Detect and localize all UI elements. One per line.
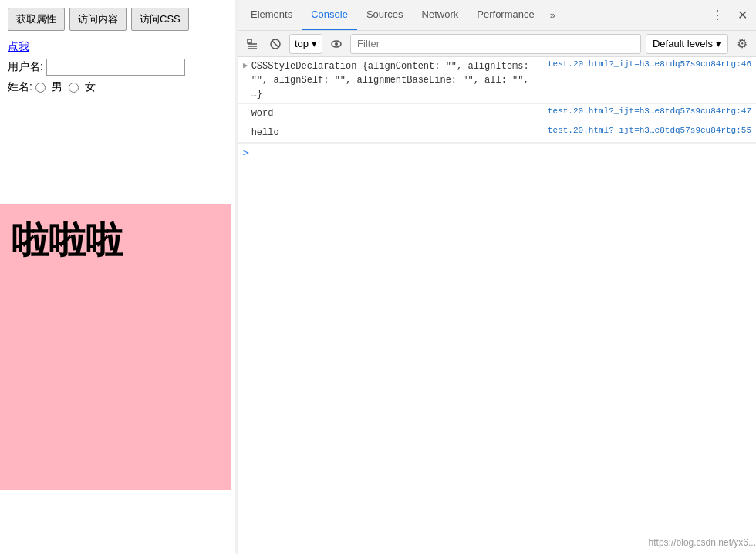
radio-male[interactable] xyxy=(35,83,46,93)
get-attr-button[interactable]: 获取属性 xyxy=(8,8,65,31)
console-entry-link[interactable]: test.20.html?_ijt=h3…e8tdq57s9cu84rtg:46 xyxy=(548,59,751,69)
console-entry: ▶ hello test.20.html?_ijt=h3…e8tdq57s9cu… xyxy=(238,123,756,143)
console-output: ▶ CSSStyleDeclaration {alignContent: "",… xyxy=(238,57,756,554)
close-devtools-button[interactable]: ✕ xyxy=(731,5,753,26)
pink-box: 啦啦啦 xyxy=(0,204,231,490)
console-entry-link[interactable]: test.20.html?_ijt=h3…e8tdq57s9cu84rtg:47 xyxy=(548,106,751,116)
tab-performance[interactable]: Performance xyxy=(467,0,543,30)
svg-point-7 xyxy=(335,42,338,46)
console-clear-button[interactable] xyxy=(266,35,285,53)
context-value: top xyxy=(295,38,309,49)
console-input[interactable] xyxy=(254,147,751,158)
context-arrow: ▾ xyxy=(312,38,317,49)
console-entry-link[interactable]: test.20.html?_ijt=h3…e8tdq57s9cu84rtg:55 xyxy=(548,126,751,135)
filter-input[interactable] xyxy=(350,34,641,54)
page-content: 获取属性 访问内容 访问CSS 点我 用户名: 姓名: 男 女 啦啦啦 xyxy=(0,0,235,554)
tab-network[interactable]: Network xyxy=(413,0,468,30)
eye-icon[interactable] xyxy=(327,35,346,53)
console-inspect-icon[interactable] xyxy=(243,35,262,53)
console-input-row: > xyxy=(238,143,756,161)
devtools-tabbar: Elements Console Sources Network Perform… xyxy=(238,0,756,31)
tab-console[interactable]: Console xyxy=(302,0,357,30)
devtools-panel: Elements Console Sources Network Perform… xyxy=(238,0,756,554)
expand-arrow[interactable]: ▶ xyxy=(243,59,248,70)
gender-label: 姓名: xyxy=(8,80,32,94)
console-entry: ▶ word test.20.html?_ijt=h3…e8tdq57s9cu8… xyxy=(238,104,756,123)
tab-sources[interactable]: Sources xyxy=(357,0,413,30)
console-entry-text: CSSStyleDeclaration {alignContent: "", a… xyxy=(251,59,542,101)
svg-rect-0 xyxy=(248,39,251,43)
male-label: 男 xyxy=(52,80,62,94)
watermark: https://blog.csdn.net/yx6... xyxy=(649,537,756,548)
more-options-button[interactable]: ⋮ xyxy=(707,5,728,26)
levels-select[interactable]: Default levels ▾ xyxy=(646,34,728,54)
console-entry-text: hello xyxy=(251,126,542,140)
female-label: 女 xyxy=(85,80,96,94)
devtools-toolbar-right: ⋮ ✕ xyxy=(707,5,753,26)
console-entry-text: word xyxy=(251,106,542,120)
console-entry: ▶ CSSStyleDeclaration {alignContent: "",… xyxy=(238,57,756,104)
pink-box-text: 啦啦啦 xyxy=(12,216,123,265)
gender-radio-group: 男 女 xyxy=(35,80,96,94)
radio-female[interactable] xyxy=(69,83,79,93)
context-select[interactable]: top ▾ xyxy=(289,34,322,54)
console-toolbar: top ▾ Default levels ▾ ⚙ xyxy=(238,31,756,57)
access-content-button[interactable]: 访问内容 xyxy=(69,8,127,31)
username-label: 用户名: xyxy=(8,60,43,74)
click-link[interactable]: 点我 xyxy=(8,40,228,54)
settings-icon[interactable]: ⚙ xyxy=(733,35,751,53)
gender-row: 姓名: 男 女 xyxy=(8,80,228,94)
levels-label: Default levels xyxy=(653,38,713,49)
username-row: 用户名: xyxy=(8,59,228,76)
console-prompt: > xyxy=(243,147,249,158)
access-css-button[interactable]: 访问CSS xyxy=(131,8,189,31)
tab-elements[interactable]: Elements xyxy=(241,0,302,30)
tab-overflow[interactable]: » xyxy=(544,5,562,25)
username-input[interactable] xyxy=(46,59,185,76)
levels-arrow: ▾ xyxy=(716,38,721,49)
svg-line-5 xyxy=(272,40,279,47)
button-bar: 获取属性 访问内容 访问CSS xyxy=(8,8,228,31)
